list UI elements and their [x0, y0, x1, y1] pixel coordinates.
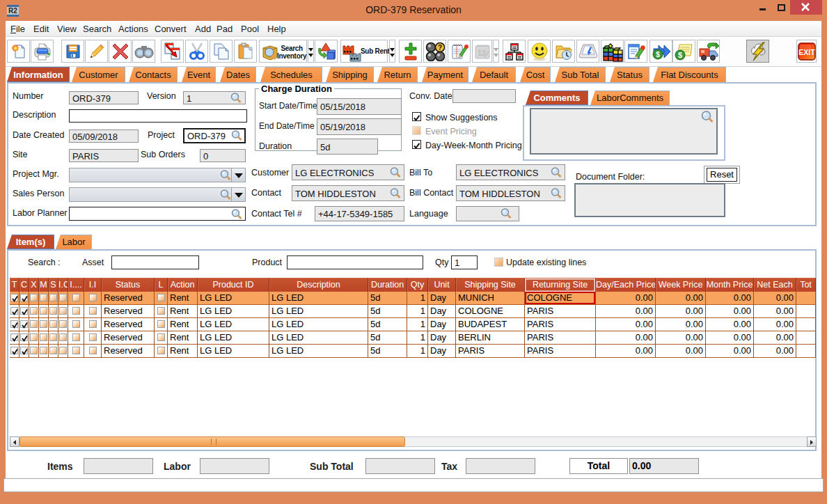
svg-text:$: $ — [656, 51, 660, 58]
svg-text:?: ? — [437, 44, 441, 52]
svg-text:$: $ — [677, 51, 682, 59]
svg-text:EXIT: EXIT — [798, 47, 815, 56]
